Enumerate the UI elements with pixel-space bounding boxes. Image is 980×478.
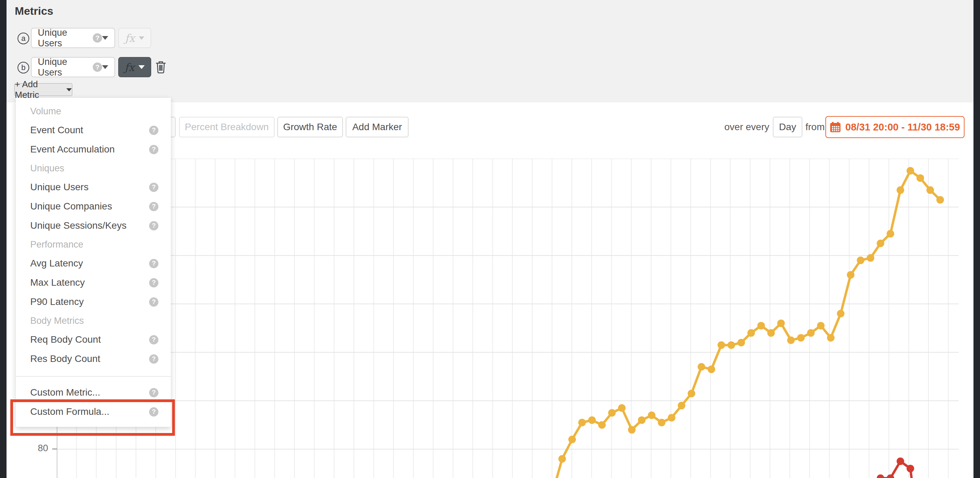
- metric-a-unique-users-point: [618, 404, 626, 412]
- menu-item-p90-latency[interactable]: P90 Latency?: [16, 292, 171, 311]
- add-metric-menu: VolumeEvent Count?Event Accumulation?Uni…: [16, 98, 171, 427]
- calendar-icon: [830, 122, 841, 133]
- metric-row-b-badge: b: [18, 62, 29, 73]
- metric-a-unique-users-point: [936, 196, 944, 203]
- help-icon[interactable]: ?: [149, 202, 158, 211]
- metric-b-unique-users-point: [897, 457, 904, 465]
- menu-item-req-body-count[interactable]: Req Body Count?: [16, 330, 171, 349]
- menu-item-label: Event Count: [30, 125, 83, 136]
- help-icon[interactable]: ?: [149, 183, 158, 192]
- help-icon[interactable]: ?: [149, 335, 158, 345]
- fx-icon: ƒx: [125, 61, 135, 73]
- interval-select[interactable]: Day: [773, 117, 802, 137]
- metric-a-unique-users-point: [737, 339, 745, 346]
- add-metric-button[interactable]: + Add Metric: [14, 83, 73, 96]
- help-icon[interactable]: ?: [149, 388, 158, 397]
- metric-a-unique-users-point: [807, 329, 815, 337]
- chevron-down-icon: [102, 65, 108, 69]
- metric-a-unique-users-point: [628, 426, 636, 434]
- help-icon[interactable]: ?: [149, 259, 158, 268]
- metric-a-unique-users-point: [907, 167, 914, 175]
- help-icon[interactable]: ?: [149, 145, 158, 154]
- metric-b-unique-users-point: [907, 465, 914, 472]
- menu-item-label: Custom Formula...: [30, 406, 109, 417]
- metric-a-unique-users-point: [916, 174, 924, 182]
- help-icon[interactable]: ?: [93, 62, 102, 72]
- metric-a-unique-users-point: [658, 419, 666, 427]
- metric-a-unique-users-point: [598, 421, 606, 429]
- chevron-down-icon: [66, 88, 72, 91]
- menu-item-max-latency[interactable]: Max Latency?: [16, 273, 171, 292]
- metric-a-unique-users-point: [588, 416, 596, 424]
- time-series-chart: [57, 159, 959, 478]
- menu-item-custom-formula[interactable]: Custom Formula...?: [16, 402, 171, 421]
- metric-b-fx-button[interactable]: ƒx: [118, 57, 151, 77]
- metric-a-unique-users-point: [877, 240, 884, 247]
- help-icon[interactable]: ?: [149, 297, 158, 306]
- metric-a-unique-users-point: [687, 390, 695, 397]
- menu-section-label: Body Metrics: [30, 316, 84, 326]
- menu-item-label: Event Accumulation: [30, 144, 115, 155]
- menu-item-res-body-count[interactable]: Res Body Count?: [16, 349, 171, 368]
- metric-a-unique-users-point: [857, 257, 865, 264]
- menu-item-avg-latency[interactable]: Avg Latency?: [16, 254, 171, 273]
- metric-a-unique-users-point: [797, 334, 805, 342]
- help-icon[interactable]: ?: [149, 407, 158, 416]
- menu-item-label: Res Body Count: [30, 353, 100, 364]
- menu-item-unique-companies[interactable]: Unique Companies?: [16, 197, 171, 216]
- metric-a-unique-users-point: [678, 402, 685, 409]
- metric-a-unique-users-point: [767, 329, 775, 337]
- delete-metric-icon[interactable]: [155, 60, 166, 73]
- metric-a-unique-users-point: [568, 436, 576, 443]
- y-axis-label: 80: [31, 443, 48, 454]
- metric-b-select[interactable]: Unique Users ?: [31, 57, 115, 77]
- menu-item-label: Unique Sessions/Keys: [30, 220, 126, 231]
- menu-section-label: Uniques: [30, 163, 64, 174]
- metric-a-unique-users-point: [558, 455, 566, 462]
- help-icon[interactable]: ?: [149, 278, 158, 287]
- menu-item-event-count[interactable]: Event Count?: [16, 121, 171, 140]
- menu-item-label: Avg Latency: [30, 258, 83, 269]
- add-marker-button[interactable]: Add Marker: [346, 117, 409, 137]
- metric-a-unique-users-point: [578, 419, 586, 427]
- menu-section-body-metrics: Body Metrics: [16, 311, 171, 330]
- help-icon[interactable]: ?: [149, 126, 158, 135]
- metric-a-unique-users-point: [886, 230, 894, 238]
- menu-item-label: Max Latency: [30, 277, 85, 288]
- date-range-text: 08/31 20:00 - 11/30 18:59: [845, 122, 960, 133]
- menu-item-event-accumulation[interactable]: Event Accumulation?: [16, 140, 171, 159]
- date-range-button[interactable]: 08/31 20:00 - 11/30 18:59: [826, 116, 964, 138]
- menu-item-label: Unique Users: [30, 182, 89, 193]
- interval-prefix-text: over every: [724, 117, 769, 137]
- metric-b-unique-users-point: [877, 475, 884, 478]
- menu-item-label: Req Body Count: [30, 334, 101, 345]
- y-axis-tick: [52, 448, 57, 449]
- metric-a-unique-users-point: [867, 254, 874, 262]
- metric-a-unique-users-point: [718, 341, 725, 349]
- metric-a-fx-button[interactable]: ƒx: [118, 28, 151, 48]
- help-icon[interactable]: ?: [149, 354, 158, 364]
- metric-a-unique-users-point: [777, 319, 785, 327]
- metric-a-unique-users-point: [757, 322, 765, 329]
- menu-section-uniques: Uniques: [16, 159, 171, 178]
- menu-item-unique-users[interactable]: Unique Users?: [16, 178, 171, 197]
- metric-a-unique-users-point: [847, 271, 854, 278]
- percent-breakdown-button[interactable]: Percent Breakdown: [179, 117, 275, 137]
- metric-a-select[interactable]: Unique Users ?: [31, 28, 115, 48]
- metric-a-unique-users-point: [817, 322, 825, 329]
- metric-a-unique-users-point: [926, 186, 934, 194]
- add-metric-label: + Add Metric: [15, 79, 63, 100]
- growth-rate-button[interactable]: Growth Rate: [277, 117, 343, 137]
- chevron-down-icon: [139, 37, 144, 40]
- menu-section-volume: Volume: [16, 102, 171, 121]
- metric-a-unique-users-point: [638, 416, 646, 424]
- metric-a-unique-users-point: [748, 329, 755, 337]
- metric-a-label: Unique Users: [38, 27, 88, 49]
- metric-a-unique-users-point: [708, 365, 715, 373]
- menu-item-unique-sessions-keys[interactable]: Unique Sessions/Keys?: [16, 216, 171, 235]
- menu-item-custom-metric[interactable]: Custom Metric...?: [16, 383, 171, 402]
- help-icon[interactable]: ?: [93, 33, 102, 43]
- help-icon[interactable]: ?: [149, 221, 158, 230]
- metric-a-unique-users-point: [837, 310, 845, 317]
- page-title: Metrics: [15, 5, 53, 17]
